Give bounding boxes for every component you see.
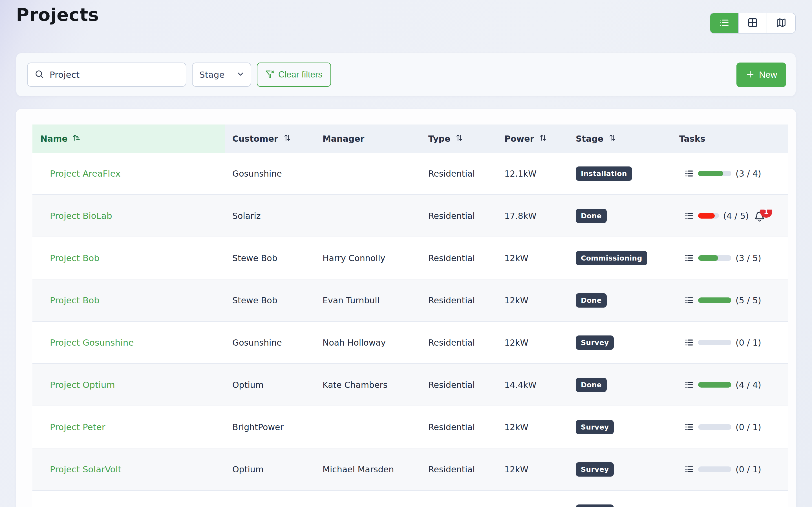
task-list-icon: [684, 169, 694, 178]
customer-cell: Gosunshine: [225, 169, 315, 179]
customer-cell: Solariz: [225, 211, 315, 221]
notification-bell[interactable]: 1: [754, 210, 765, 222]
manager-cell: Noah Holloway: [315, 338, 421, 348]
task-count: (0 / 1): [735, 422, 761, 432]
power-cell: 14.4kW: [497, 380, 568, 390]
customer-cell: Stewe Bob: [225, 253, 315, 263]
grid-view-button[interactable]: [738, 13, 767, 33]
type-cell: Residential: [421, 253, 497, 263]
customer-cell: BrightPower: [225, 422, 315, 432]
search-icon: [35, 69, 44, 80]
stage-badge: Installation: [576, 166, 632, 181]
power-cell: 17.8kW: [497, 211, 568, 221]
column-header-stage[interactable]: Stage: [568, 124, 672, 153]
table-row[interactable]: Project Gosunshine Gosunshine Noah Hollo…: [33, 322, 788, 364]
task-count: (4 / 5): [723, 211, 749, 221]
power-cell: 12kW: [497, 295, 568, 305]
task-progress-bar: [698, 213, 719, 219]
new-project-button[interactable]: New: [737, 62, 786, 87]
project-name-link[interactable]: Project BioLab: [50, 211, 112, 221]
column-header-tasks: Tasks: [672, 124, 788, 153]
clear-filters-label: Clear filters: [278, 69, 322, 80]
stage-badge: Commissioning: [576, 251, 647, 265]
table-row[interactable]: Project Bob Stewe Bob Harry Connolly Res…: [33, 237, 788, 279]
power-cell: 12.1kW: [497, 169, 568, 179]
column-header-name[interactable]: Name: [33, 124, 225, 153]
chevron-down-icon: [236, 69, 245, 80]
project-name-link[interactable]: Project SolarVolt: [50, 464, 121, 474]
stage-badge: Done: [576, 209, 607, 223]
task-list-icon: [684, 296, 694, 305]
stage-badge: Survey: [576, 462, 614, 476]
project-name-link[interactable]: Project Peter: [50, 422, 105, 432]
stage-dropdown-label: Stage: [199, 69, 225, 80]
table-row[interactable]: Project Sunwave Gosunshine Residential 1…: [33, 491, 788, 507]
type-cell: Residential: [421, 211, 497, 221]
map-view-button[interactable]: [767, 13, 795, 33]
stage-badge: Done: [576, 293, 607, 307]
projects-page: Projects Stage: [0, 0, 812, 507]
stage-badge: Survey: [576, 504, 614, 507]
customer-cell: Optium: [225, 464, 315, 474]
task-count: (3 / 4): [735, 169, 761, 179]
type-cell: Residential: [421, 422, 497, 432]
new-project-label: New: [759, 69, 777, 80]
task-list-icon: [684, 211, 694, 220]
task-list-icon: [684, 465, 694, 474]
stage-badge: Done: [576, 378, 607, 392]
filter-x-icon: [265, 70, 274, 80]
task-list-icon: [684, 422, 694, 432]
sort-icon: [539, 133, 548, 144]
task-progress-bar: [698, 382, 731, 388]
project-name-link[interactable]: Project Bob: [50, 253, 100, 263]
stage-badge: Survey: [576, 335, 614, 350]
table-row[interactable]: Project Optium Optium Kate Chambers Resi…: [33, 364, 788, 406]
column-header-type[interactable]: Type: [421, 124, 497, 153]
task-list-icon: [684, 253, 694, 263]
list-view-button[interactable]: [710, 13, 738, 33]
grid-view-icon: [748, 17, 758, 29]
task-count: (4 / 4): [735, 380, 761, 390]
search-input[interactable]: [49, 69, 179, 80]
task-progress-bar: [698, 340, 731, 345]
sort-icon: [455, 133, 464, 144]
column-header-manager: Manager: [315, 124, 421, 153]
sort-icon: [283, 133, 292, 144]
type-cell: Residential: [421, 169, 497, 179]
stage-dropdown[interactable]: Stage: [192, 62, 251, 87]
type-cell: Residential: [421, 380, 497, 390]
task-count: (5 / 5): [735, 295, 761, 305]
power-cell: 12kW: [497, 253, 568, 263]
project-name-link[interactable]: Project Optium: [50, 380, 115, 390]
view-toggle: [710, 13, 796, 34]
table-body: Project AreaFlex Gosunshine Residential …: [33, 153, 788, 507]
task-list-icon: [684, 380, 694, 389]
manager-cell: Evan Turnbull: [315, 295, 421, 305]
power-cell: 12kW: [497, 464, 568, 474]
column-header-power[interactable]: Power: [497, 124, 568, 153]
map-view-icon: [776, 17, 786, 29]
project-name-link[interactable]: Project Gosunshine: [50, 337, 134, 348]
type-cell: Residential: [421, 338, 497, 348]
table-row[interactable]: Project Bob Stewe Bob Evan Turnbull Resi…: [33, 279, 788, 322]
customer-cell: Optium: [225, 380, 315, 390]
column-header-customer[interactable]: Customer: [225, 124, 315, 153]
plus-icon: [746, 69, 755, 80]
search-box[interactable]: [27, 62, 186, 87]
task-count: (3 / 5): [735, 253, 761, 263]
manager-cell: Harry Connolly: [315, 253, 421, 263]
project-name-link[interactable]: Project AreaFlex: [50, 168, 121, 179]
table-row[interactable]: Project BioLab Solariz Residential 17.8k…: [33, 195, 788, 237]
list-view-icon: [719, 17, 729, 29]
table-row[interactable]: Project AreaFlex Gosunshine Residential …: [33, 153, 788, 195]
task-progress-bar: [698, 424, 731, 430]
power-cell: 12kW: [497, 338, 568, 348]
manager-cell: Kate Chambers: [315, 380, 421, 390]
task-progress-bar: [698, 297, 731, 303]
task-progress-bar: [698, 171, 731, 176]
manager-cell: Michael Marsden: [315, 464, 421, 474]
project-name-link[interactable]: Project Bob: [50, 295, 100, 305]
table-row[interactable]: Project SolarVolt Optium Michael Marsden…: [33, 448, 788, 491]
clear-filters-button[interactable]: Clear filters: [257, 62, 331, 87]
table-row[interactable]: Project Peter BrightPower Residential 12…: [33, 406, 788, 448]
